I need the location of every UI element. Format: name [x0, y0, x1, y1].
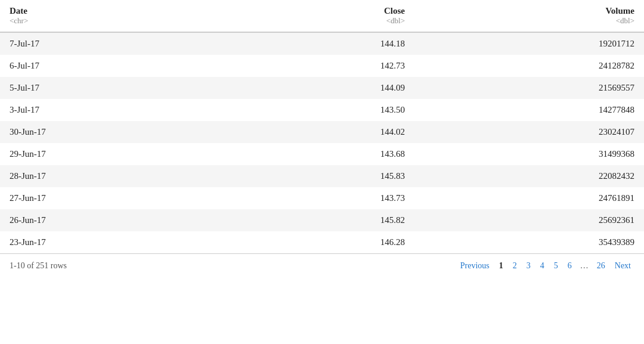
- cell-close: 143.50: [231, 99, 414, 121]
- pagination-page-6[interactable]: 6: [564, 260, 575, 272]
- table-body: 7-Jul-17144.18192017126-Jul-17142.732412…: [0, 32, 644, 253]
- column-subtype-volume: <dbl>: [424, 16, 634, 29]
- cell-volume: 21569557: [414, 77, 644, 99]
- cell-close: 145.83: [231, 165, 414, 187]
- cell-volume: 24128782: [414, 55, 644, 77]
- table-row: 6-Jul-17142.7324128782: [0, 55, 644, 77]
- table-container: Date <chr> Close <dbl> Volume <dbl> 7-Ju…: [0, 0, 644, 344]
- table-row: 5-Jul-17144.0921569557: [0, 77, 644, 99]
- table-row: 7-Jul-17144.1819201712: [0, 32, 644, 55]
- cell-date: 29-Jun-17: [0, 143, 231, 165]
- pagination-page-5[interactable]: 5: [550, 260, 562, 272]
- cell-volume: 31499368: [414, 143, 644, 165]
- cell-date: 26-Jun-17: [0, 209, 231, 231]
- pagination-previous[interactable]: Previous: [457, 260, 493, 272]
- cell-close: 145.82: [231, 209, 414, 231]
- table-row: 28-Jun-17145.8322082432: [0, 165, 644, 187]
- column-label-close: Close: [384, 6, 405, 16]
- pagination-page-1[interactable]: 1: [496, 260, 507, 272]
- cell-close: 144.09: [231, 77, 414, 99]
- cell-volume: 35439389: [414, 231, 644, 253]
- column-label-volume: Volume: [605, 6, 634, 16]
- pagination-page-4[interactable]: 4: [537, 260, 548, 272]
- cell-date: 30-Jun-17: [0, 121, 231, 143]
- table-row: 29-Jun-17143.6831499368: [0, 143, 644, 165]
- cell-volume: 25692361: [414, 209, 644, 231]
- table-row: 30-Jun-17144.0223024107: [0, 121, 644, 143]
- pagination: Previous 1 2 3 4 5 6 … 26 Next: [457, 260, 634, 272]
- table-row: 23-Jun-17146.2835439389: [0, 231, 644, 253]
- column-subtype-close: <dbl>: [241, 16, 405, 29]
- column-header-close: Close <dbl>: [231, 0, 414, 32]
- cell-date: 5-Jul-17: [0, 77, 231, 99]
- column-header-date: Date <chr>: [0, 0, 231, 32]
- cell-date: 6-Jul-17: [0, 55, 231, 77]
- table-row: 27-Jun-17143.7324761891: [0, 187, 644, 209]
- cell-date: 7-Jul-17: [0, 32, 231, 55]
- pagination-page-3[interactable]: 3: [523, 260, 534, 272]
- column-subtype-date: <chr>: [10, 16, 222, 29]
- cell-volume: 23024107: [414, 121, 644, 143]
- pagination-dots: …: [578, 260, 591, 272]
- cell-close: 142.73: [231, 55, 414, 77]
- column-header-volume: Volume <dbl>: [414, 0, 644, 32]
- table-row: 26-Jun-17145.8225692361: [0, 209, 644, 231]
- cell-close: 144.02: [231, 121, 414, 143]
- cell-volume: 24761891: [414, 187, 644, 209]
- cell-volume: 19201712: [414, 32, 644, 55]
- row-info: 1-10 of 251 rows: [10, 261, 67, 271]
- pagination-page-2[interactable]: 2: [509, 260, 521, 272]
- cell-close: 146.28: [231, 231, 414, 253]
- pagination-next[interactable]: Next: [611, 260, 634, 272]
- cell-close: 143.73: [231, 187, 414, 209]
- column-label-date: Date: [10, 6, 27, 16]
- table-header-row: Date <chr> Close <dbl> Volume <dbl>: [0, 0, 644, 32]
- pagination-last-page[interactable]: 26: [593, 260, 609, 272]
- cell-date: 27-Jun-17: [0, 187, 231, 209]
- data-table: Date <chr> Close <dbl> Volume <dbl> 7-Ju…: [0, 0, 644, 253]
- table-footer: 1-10 of 251 rows Previous 1 2 3 4 5 6 … …: [0, 253, 644, 278]
- cell-volume: 22082432: [414, 165, 644, 187]
- cell-close: 143.68: [231, 143, 414, 165]
- cell-volume: 14277848: [414, 99, 644, 121]
- cell-date: 23-Jun-17: [0, 231, 231, 253]
- table-row: 3-Jul-17143.5014277848: [0, 99, 644, 121]
- cell-date: 28-Jun-17: [0, 165, 231, 187]
- cell-date: 3-Jul-17: [0, 99, 231, 121]
- cell-close: 144.18: [231, 32, 414, 55]
